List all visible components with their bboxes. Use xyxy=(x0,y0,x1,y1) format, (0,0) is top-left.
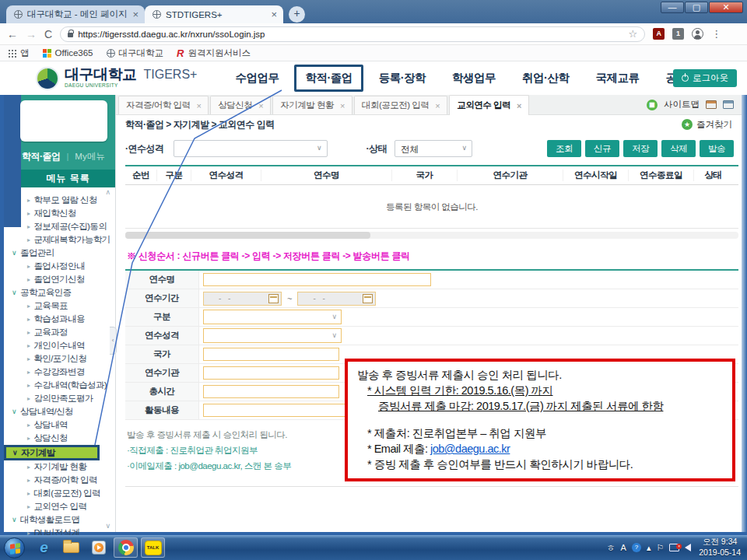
tab-close-icon[interactable]: × xyxy=(196,101,201,110)
action-button[interactable]: 저장 xyxy=(623,140,658,157)
sidebar-menu-item[interactable]: ▸개인이수내역 xyxy=(4,339,115,352)
sidebar-menu-item[interactable]: ▸상담내역 xyxy=(4,418,115,432)
sidebar-menu-item[interactable]: ▸교육과정 xyxy=(4,326,115,339)
action-button[interactable]: 삭제 xyxy=(661,140,696,157)
bookmark-item[interactable]: 대구대학교 xyxy=(107,47,164,59)
workspace-tab[interactable]: 자격증/어학 입력× xyxy=(118,96,209,114)
browser-menu-icon[interactable]: ⋮ xyxy=(711,28,721,40)
forward-icon[interactable]: → xyxy=(26,28,37,40)
action-button[interactable]: 조회 xyxy=(547,140,581,157)
help-icon[interactable]: ? xyxy=(632,543,641,552)
tab-close-icon[interactable]: × xyxy=(258,101,263,110)
text-input[interactable] xyxy=(203,273,431,286)
main-nav-item[interactable]: 수업업무 xyxy=(222,65,292,92)
new-tab-button[interactable]: + xyxy=(289,6,305,23)
close-button[interactable]: ✕ xyxy=(709,2,743,13)
logout-button[interactable]: 로그아웃 xyxy=(673,69,737,87)
volume-muted-icon[interactable]: × xyxy=(685,544,691,551)
sidebar-menu-item[interactable]: ▸졸업연기신청 xyxy=(4,273,115,286)
scrollbar-thumb[interactable] xyxy=(125,232,370,239)
tab-close-icon[interactable]: × xyxy=(517,101,521,110)
pdf-extension-icon[interactable]: A xyxy=(653,28,665,40)
scroll-down-icon[interactable]: ∨ xyxy=(105,522,110,530)
korean-ime-icon[interactable]: ㅎ xyxy=(607,542,615,554)
taskbar-clock[interactable]: 오전 9:34 2019-05-14 xyxy=(699,537,741,558)
university-logo[interactable]: 대구대학교 DAEGU UNIVERSITY TIGERS+ xyxy=(36,67,197,90)
tab-close-icon[interactable]: × xyxy=(132,9,139,20)
sidebar-collapse-handle[interactable]: ‹ xyxy=(110,327,117,355)
sidebar-menu-item[interactable]: ∨졸업관리 xyxy=(4,247,115,260)
sidebar-menu-item[interactable]: ∨상담내역/신청 xyxy=(4,405,115,418)
sidebar-menu-item[interactable]: ∨공학교육인증 xyxy=(4,286,115,299)
windows-start-button[interactable] xyxy=(4,537,25,558)
workspace-tab[interactable]: 대회(공모전) 입력× xyxy=(354,96,447,114)
sidebar-menu-item[interactable]: ▸수강강좌변경 xyxy=(4,366,115,379)
sidebar-tab-mymenu[interactable]: My메뉴 xyxy=(75,151,104,163)
main-nav-item[interactable]: 등록·장학 xyxy=(366,65,439,92)
text-input[interactable] xyxy=(203,385,339,398)
sidebar-menu-item[interactable]: ▸확인/포기신청 xyxy=(4,352,115,366)
back-icon[interactable]: ← xyxy=(7,28,18,40)
main-nav-item[interactable]: 학생업무 xyxy=(439,65,509,92)
main-nav-item[interactable]: 학적·졸업 xyxy=(294,65,363,92)
sidebar-menu-item[interactable]: ▸자기계발 현황 xyxy=(4,460,115,474)
sidebar-menu-item[interactable]: ▸상담신청 xyxy=(4,432,115,445)
address-bar[interactable]: https://tigersstd.daegu.ac.kr/nxrun/ssoL… xyxy=(60,26,645,42)
workspace-tab[interactable]: 자기계발 현황× xyxy=(272,96,352,114)
main-nav-item[interactable]: 취업·산학 xyxy=(509,65,582,92)
horizontal-scrollbar[interactable] xyxy=(125,232,738,239)
browser-tab[interactable]: 대구대학교 - 메인 페이지 × xyxy=(6,5,145,23)
sidebar-menu-item[interactable]: ▸자격증/어학 입력 xyxy=(4,474,115,487)
minimize-button[interactable]: — xyxy=(661,2,684,13)
email-link[interactable]: job@daegu.ac.kr xyxy=(430,443,510,455)
tab-close-icon[interactable]: × xyxy=(340,101,345,110)
training-nature-select[interactable]: ∨ xyxy=(174,140,328,157)
bookmark-item[interactable]: Office365 xyxy=(43,48,93,58)
ime-mode-a-icon[interactable]: A xyxy=(621,543,626,552)
text-input[interactable] xyxy=(203,348,339,361)
sidebar-menu-item[interactable]: ∨대학생활로드맵 xyxy=(4,513,115,527)
bookmark-star-icon[interactable]: ☆ xyxy=(628,28,637,40)
show-hidden-icons[interactable]: ▴ xyxy=(647,543,651,553)
workspace-tab[interactable]: 교외연수 입력× xyxy=(449,95,529,115)
close-all-windows-icon[interactable] xyxy=(723,100,734,109)
action-button[interactable]: 발송 xyxy=(700,140,734,157)
action-button[interactable]: 신규 xyxy=(585,140,619,157)
add-favorite[interactable]: ★ 즐겨찾기 xyxy=(682,119,732,131)
extension-icon[interactable]: 1 xyxy=(672,28,684,40)
open-new-window-icon[interactable] xyxy=(706,100,717,109)
form-select[interactable]: ∨ xyxy=(203,328,342,343)
status-select[interactable]: 전체 ∨ xyxy=(395,140,472,157)
sidebar-menu-item[interactable]: ▸대회(공모전) 입력 xyxy=(4,487,115,500)
main-nav-item[interactable]: 국제교류 xyxy=(582,65,652,92)
media-player-icon[interactable] xyxy=(86,537,110,558)
sidebar-menu-item[interactable]: ▸학습성과내용 xyxy=(4,313,115,326)
refresh-icon[interactable]: C xyxy=(44,28,52,40)
form-select[interactable]: ∨ xyxy=(203,310,342,324)
sidebar-menu-item[interactable]: ▸교외연수 입력 xyxy=(4,500,115,513)
sidebar-tab-active[interactable]: 학적·졸업 xyxy=(22,150,61,163)
sidebar-menu-item[interactable]: ▸강의만족도평가 xyxy=(4,392,115,405)
calendar-icon[interactable] xyxy=(363,294,373,303)
bookmark-item[interactable]: 앱 xyxy=(8,47,30,59)
action-flag-icon[interactable]: ⚐ xyxy=(656,543,664,553)
scroll-up-icon[interactable]: ∧ xyxy=(105,188,110,196)
sidebar-menu-item[interactable]: ▸수강내역(학습성과) xyxy=(4,379,115,392)
sidebar-menu-item[interactable]: ∨자기계발 xyxy=(4,445,100,460)
workspace-tab[interactable]: 상담신청× xyxy=(210,96,271,114)
sidebar-menu-item[interactable]: ▸졸업사정안내 xyxy=(4,260,115,273)
chrome-icon[interactable] xyxy=(114,537,138,558)
tab-close-icon[interactable]: × xyxy=(271,9,277,20)
text-input[interactable] xyxy=(203,366,339,380)
sitemap-label[interactable]: 사이트맵 xyxy=(664,99,700,110)
calendar-icon[interactable] xyxy=(268,294,279,303)
sidebar-menu-item[interactable]: ▸교육목표 xyxy=(4,299,115,313)
browser-tab-active[interactable]: STDTIGERS+ × xyxy=(145,5,283,23)
url-text[interactable]: https://tigersstd.daegu.ac.kr/nxrun/ssoL… xyxy=(78,30,623,39)
sidebar-menu-item[interactable]: ▸군제대복학가능학기 xyxy=(4,233,115,247)
date-input[interactable]: - - xyxy=(297,292,376,306)
maximize-button[interactable]: ▢ xyxy=(685,2,708,13)
profile-avatar-icon[interactable] xyxy=(692,28,703,40)
internet-explorer-icon[interactable]: e xyxy=(32,537,56,558)
file-explorer-icon[interactable] xyxy=(59,537,83,558)
